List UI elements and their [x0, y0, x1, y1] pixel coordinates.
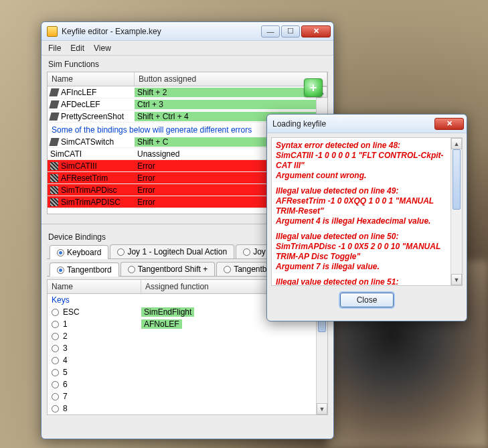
device-tab[interactable]: Keyboard — [50, 245, 108, 259]
sim-functions-label: Sim Functions — [47, 58, 328, 72]
error-icon — [50, 198, 58, 206]
tab-label: Keyboard — [67, 248, 101, 257]
dialog-close-x[interactable] — [434, 118, 464, 130]
menu-edit[interactable]: Edit — [70, 44, 84, 53]
col-name[interactable]: Name — [48, 72, 135, 86]
radio-icon — [52, 357, 59, 364]
radio-icon — [52, 309, 59, 316]
tab-label: Tangentbord — [67, 265, 112, 275]
dialog-titlebar[interactable]: Loading keyfile — [267, 115, 467, 133]
function-icon — [49, 138, 59, 146]
key-name: 2 — [63, 331, 68, 341]
error-paragraph: Illegal value detected on line 49:AFRese… — [276, 186, 446, 226]
error-paragraph: Illegal value detected on line 50:SimTri… — [276, 232, 446, 272]
function-icon — [49, 88, 59, 96]
device-tab[interactable]: Joy 1 - Logitech Dual Action — [110, 244, 234, 258]
function-row[interactable]: AFDecLEFCtrl + 3 — [48, 98, 316, 110]
maximize-button[interactable] — [281, 25, 300, 38]
menubar: File Edit View — [42, 41, 333, 56]
window-title: Keyfile editor - Example.key — [62, 27, 261, 36]
function-name: AFIncLEF — [61, 88, 96, 97]
minimize-button[interactable] — [261, 25, 280, 38]
function-name: SimCATSwitch — [61, 137, 114, 147]
key-row[interactable]: 8 — [48, 402, 316, 415]
scroll-down[interactable]: ▼ — [451, 274, 462, 285]
add-button[interactable]: + — [304, 78, 323, 97]
error-paragraph: Illegal value detected on line 51: — [276, 277, 446, 286]
radio-icon — [57, 249, 64, 256]
radio-icon — [52, 321, 59, 328]
error-textbox: Syntax error detected on line 48:SimCATI… — [271, 137, 463, 286]
key-row[interactable]: 3 — [48, 342, 316, 354]
error-paragraph: Syntax error detected on line 48:SimCATI… — [276, 141, 446, 181]
col-button[interactable]: Button assigned — [135, 72, 327, 86]
function-name: AFDecLEF — [61, 100, 100, 109]
titlebar[interactable]: Keyfile editor - Example.key — [42, 22, 333, 41]
key-name: ESC — [63, 307, 80, 317]
scroll-down[interactable]: ▼ — [317, 403, 327, 415]
tab-label: Tangentbord Shift + — [138, 265, 208, 274]
subcol-name[interactable]: Name — [48, 280, 141, 293]
error-icon — [50, 162, 58, 170]
radio-icon — [57, 267, 64, 274]
keyboard-subtab[interactable]: Tangentbord Shift + — [120, 262, 215, 276]
scroll-up[interactable]: ▲ — [451, 138, 462, 149]
key-name: 8 — [63, 404, 68, 413]
keyboard-subtab[interactable]: Tangentbord — [50, 263, 119, 277]
menu-view[interactable]: View — [94, 44, 111, 53]
key-row[interactable]: 7 — [48, 390, 316, 402]
close-button[interactable] — [301, 25, 331, 38]
function-name: PrettyScreenShot — [61, 112, 124, 121]
function-icon — [49, 113, 59, 121]
error-scrollbar[interactable]: ▲ ▼ — [451, 138, 462, 285]
tab-label: Joy 1 - Logitech Dual Action — [127, 247, 227, 256]
radio-icon — [52, 345, 59, 352]
app-icon — [47, 26, 58, 37]
assigned-function: AFNoLEF — [141, 319, 182, 329]
function-row[interactable]: AFIncLEFShift + 2 — [48, 86, 316, 98]
radio-icon — [52, 369, 59, 376]
key-row[interactable]: 4 — [48, 354, 316, 366]
key-name: 6 — [63, 380, 68, 389]
radio-icon — [224, 266, 231, 273]
radio-icon — [52, 333, 59, 340]
function-name: SimCATI — [50, 149, 82, 159]
key-row[interactable]: 2 — [48, 330, 316, 342]
radio-icon — [52, 381, 59, 388]
function-name: AFResetTrim — [61, 173, 108, 183]
function-name: SimCATIII — [61, 161, 97, 171]
button-assigned: Ctrl + 3 — [135, 100, 316, 109]
function-icon — [49, 100, 59, 108]
function-name: SimTrimAPDisc — [61, 185, 117, 195]
key-name: 5 — [63, 368, 68, 377]
radio-icon — [128, 266, 135, 273]
menu-file[interactable]: File — [48, 44, 61, 53]
key-name: 3 — [63, 344, 68, 353]
key-name: 7 — [63, 392, 68, 401]
key-row[interactable]: 5 — [48, 366, 316, 378]
key-name: 4 — [63, 356, 68, 365]
function-name: SimTrimAPDISC — [61, 198, 120, 207]
radio-icon — [117, 248, 125, 256]
button-assigned: Shift + 2 — [135, 88, 316, 97]
error-icon — [50, 186, 58, 194]
radio-icon — [243, 248, 250, 256]
assigned-function: SimEndFlight — [141, 307, 194, 317]
dialog-close-button[interactable]: Close — [340, 293, 394, 307]
scroll-thumb[interactable] — [453, 149, 461, 210]
loading-dialog: Loading keyfile Syntax error detected on… — [266, 114, 467, 321]
dialog-title: Loading keyfile — [272, 119, 434, 129]
error-icon — [50, 174, 58, 182]
radio-icon — [52, 405, 59, 413]
radio-icon — [52, 393, 59, 400]
key-name: 1 — [63, 319, 68, 329]
key-row[interactable]: 6 — [48, 378, 316, 390]
